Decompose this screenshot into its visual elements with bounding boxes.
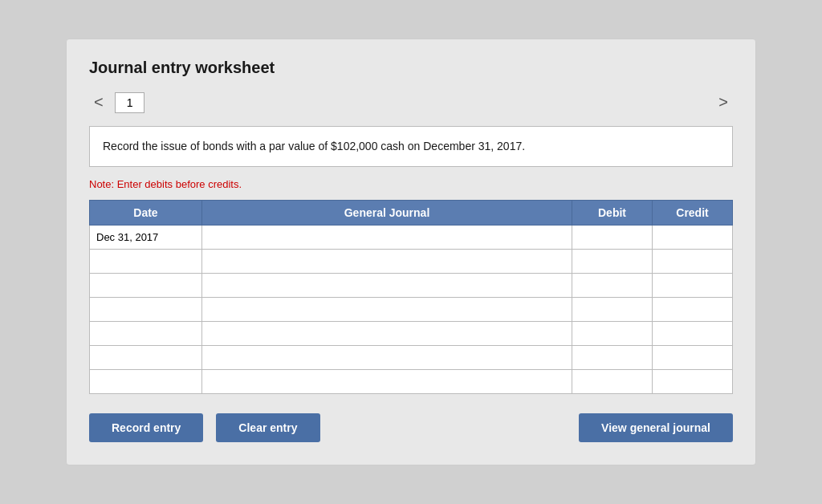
table-row — [90, 346, 733, 370]
journal-input-5[interactable] — [202, 346, 572, 369]
debit-input-5[interactable] — [572, 346, 652, 369]
table-row — [90, 370, 733, 394]
journal-input-cell-4[interactable] — [202, 322, 572, 346]
page-number: 1 — [115, 92, 145, 113]
credit-input-2[interactable] — [653, 274, 732, 297]
description-box: Record the issue of bonds with a par val… — [89, 126, 733, 167]
date-input-cell-4[interactable] — [90, 322, 202, 346]
debit-input-1[interactable] — [572, 250, 652, 273]
debit-input-cell-2[interactable] — [572, 274, 653, 298]
debit-input-4[interactable] — [572, 322, 652, 345]
page-title: Journal entry worksheet — [89, 59, 733, 77]
debit-input-cell-5[interactable] — [572, 346, 653, 370]
journal-input-2[interactable] — [202, 274, 572, 297]
date-input-5[interactable] — [90, 346, 201, 369]
journal-input-4[interactable] — [202, 322, 572, 345]
note-text: Note: Enter debits before credits. — [89, 178, 733, 190]
credit-input-cell-5[interactable] — [653, 346, 733, 370]
journal-input-0[interactable] — [202, 226, 572, 249]
credit-input-cell-0[interactable] — [653, 226, 733, 250]
date-cell-0: Dec 31, 2017 — [90, 226, 202, 250]
prev-arrow[interactable]: < — [89, 91, 108, 113]
debit-input-cell-6[interactable] — [572, 370, 653, 394]
header-credit: Credit — [653, 201, 733, 226]
journal-table: Date General Journal Debit Credit Dec 31… — [89, 200, 733, 394]
debit-input-cell-3[interactable] — [572, 298, 653, 322]
debit-input-cell-4[interactable] — [572, 322, 653, 346]
next-arrow[interactable]: > — [714, 91, 733, 113]
credit-input-cell-3[interactable] — [653, 298, 733, 322]
debit-input-2[interactable] — [572, 274, 652, 297]
journal-input-6[interactable] — [202, 370, 572, 393]
journal-input-cell-3[interactable] — [202, 298, 572, 322]
credit-input-0[interactable] — [653, 226, 732, 249]
credit-input-4[interactable] — [653, 322, 732, 345]
table-row — [90, 322, 733, 346]
clear-entry-button[interactable]: Clear entry — [216, 413, 319, 442]
date-input-cell-2[interactable] — [90, 274, 202, 298]
journal-input-cell-5[interactable] — [202, 346, 572, 370]
view-general-journal-button[interactable]: View general journal — [579, 413, 733, 442]
journal-input-cell-0[interactable] — [202, 226, 572, 250]
header-debit: Debit — [572, 201, 653, 226]
header-date: Date — [90, 201, 202, 226]
date-input-cell-3[interactable] — [90, 298, 202, 322]
table-row: Dec 31, 2017 — [90, 226, 733, 250]
journal-input-1[interactable] — [202, 250, 572, 273]
table-row — [90, 250, 733, 274]
date-input-cell-1[interactable] — [90, 250, 202, 274]
credit-input-3[interactable] — [653, 298, 732, 321]
navigation-row: < 1 > — [89, 91, 733, 113]
journal-input-cell-6[interactable] — [202, 370, 572, 394]
debit-input-6[interactable] — [572, 370, 652, 393]
journal-input-cell-2[interactable] — [202, 274, 572, 298]
date-input-3[interactable] — [90, 298, 201, 321]
credit-input-1[interactable] — [653, 250, 732, 273]
date-input-cell-5[interactable] — [90, 346, 202, 370]
date-input-6[interactable] — [90, 370, 201, 393]
record-entry-button[interactable]: Record entry — [89, 413, 203, 442]
journal-input-cell-1[interactable] — [202, 250, 572, 274]
debit-input-0[interactable] — [572, 226, 652, 249]
buttons-row: Record entry Clear entry View general jo… — [89, 413, 733, 442]
date-input-1[interactable] — [90, 250, 201, 273]
debit-input-3[interactable] — [572, 298, 652, 321]
credit-input-cell-2[interactable] — [653, 274, 733, 298]
credit-input-cell-6[interactable] — [653, 370, 733, 394]
debit-input-cell-1[interactable] — [572, 250, 653, 274]
table-row — [90, 298, 733, 322]
date-input-2[interactable] — [90, 274, 201, 297]
description-text: Record the issue of bonds with a par val… — [103, 140, 525, 152]
credit-input-5[interactable] — [653, 346, 732, 369]
header-general-journal: General Journal — [202, 201, 572, 226]
worksheet-container: Journal entry worksheet < 1 > Record the… — [66, 39, 756, 465]
debit-input-cell-0[interactable] — [572, 226, 653, 250]
credit-input-cell-1[interactable] — [653, 250, 733, 274]
credit-input-6[interactable] — [653, 370, 732, 393]
credit-input-cell-4[interactable] — [653, 322, 733, 346]
table-row — [90, 274, 733, 298]
date-input-4[interactable] — [90, 322, 201, 345]
date-input-cell-6[interactable] — [90, 370, 202, 394]
journal-input-3[interactable] — [202, 298, 572, 321]
